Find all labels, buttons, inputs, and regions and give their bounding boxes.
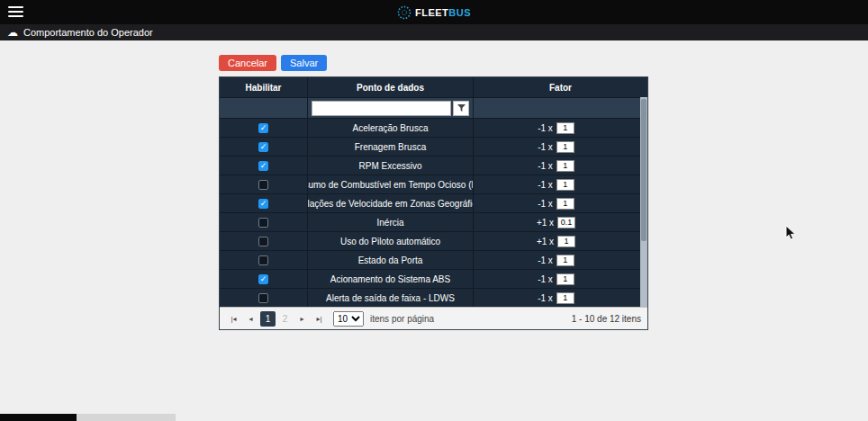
enable-checkbox[interactable] bbox=[258, 255, 268, 265]
factor-cell: +1 x bbox=[473, 232, 647, 250]
factor-sign: +1 x bbox=[537, 237, 554, 246]
factor-sign: -1 x bbox=[538, 199, 553, 209]
enable-cell bbox=[220, 232, 307, 250]
items-per-page-label: itens por página bbox=[370, 314, 434, 324]
enable-checkbox[interactable] bbox=[258, 199, 268, 209]
datapoint-label: Estado da Porta bbox=[307, 251, 473, 269]
factor-cell: -1 x bbox=[473, 194, 647, 212]
brand-text: FLEETBUS bbox=[415, 7, 471, 18]
toolbar: Cancelar Salvar bbox=[219, 55, 648, 71]
table-row: Aceleração Brusca -1 x bbox=[220, 118, 647, 137]
factor-cell: -1 x bbox=[473, 138, 647, 156]
factor-cell: -1 x bbox=[473, 270, 647, 288]
enable-cell bbox=[220, 213, 307, 231]
bottom-strip-dark bbox=[0, 414, 77, 421]
page-size-select[interactable]: 10 bbox=[333, 311, 364, 327]
enable-cell bbox=[220, 138, 307, 156]
pagination-bar: |◂ ◂ 1 2 ▸ ▸| 10 itens por página 1 - 10… bbox=[220, 307, 647, 329]
mouse-cursor bbox=[785, 225, 796, 241]
factor-cell: -1 x bbox=[473, 175, 647, 193]
table-body: Aceleração Brusca -1 x Frenagem Brusca -… bbox=[220, 97, 647, 307]
filter-cell-empty bbox=[473, 98, 647, 118]
datapoint-label: Inércia bbox=[307, 213, 473, 231]
last-page-button[interactable]: ▸| bbox=[312, 311, 327, 327]
filter-button[interactable] bbox=[453, 101, 469, 116]
table-rows: Aceleração Brusca -1 x Frenagem Brusca -… bbox=[220, 118, 647, 307]
scrollbar-thumb[interactable] bbox=[641, 99, 646, 241]
enable-cell bbox=[220, 194, 307, 212]
factor-input[interactable] bbox=[556, 292, 574, 304]
enable-cell bbox=[220, 270, 307, 288]
factor-input[interactable] bbox=[556, 160, 574, 172]
enable-checkbox[interactable] bbox=[258, 180, 268, 190]
page-button-1[interactable]: 1 bbox=[260, 311, 276, 327]
table-row: Estado da Porta -1 x bbox=[220, 250, 647, 269]
factor-sign: -1 x bbox=[538, 161, 553, 171]
first-page-button[interactable]: |◂ bbox=[226, 311, 241, 327]
globe-icon bbox=[397, 5, 411, 20]
funnel-icon bbox=[457, 104, 466, 112]
factor-sign: -1 x bbox=[538, 180, 553, 190]
enable-checkbox[interactable] bbox=[258, 142, 268, 152]
enable-cell bbox=[220, 251, 307, 269]
filter-cell-empty bbox=[220, 98, 307, 118]
enable-cell bbox=[220, 157, 307, 175]
cancel-button[interactable]: Cancelar bbox=[219, 55, 276, 71]
enable-checkbox[interactable] bbox=[258, 161, 268, 171]
filter-input[interactable] bbox=[312, 101, 451, 116]
factor-input[interactable] bbox=[556, 255, 574, 266]
table-row: Uso do Piloto automático +1 x bbox=[220, 231, 647, 250]
factor-sign: -1 x bbox=[538, 293, 553, 303]
table-row: RPM Excessivo -1 x bbox=[220, 156, 647, 175]
factor-input[interactable] bbox=[556, 198, 574, 210]
datapoint-label: Frenagem Brusca bbox=[307, 138, 473, 156]
table-row: Violações de Velocidade em Zonas Geográf… bbox=[220, 193, 647, 212]
datapoint-label: Uso do Piloto automático bbox=[307, 232, 473, 250]
factor-sign: -1 x bbox=[538, 255, 553, 265]
page-button-2[interactable]: 2 bbox=[277, 311, 293, 327]
factor-input[interactable] bbox=[556, 179, 574, 191]
datapoints-table: Habilitar Ponto de dados Fator bbox=[219, 76, 648, 330]
factor-cell: +1 x bbox=[473, 213, 647, 231]
factor-sign: -1 x bbox=[538, 142, 553, 152]
enable-checkbox[interactable] bbox=[258, 237, 268, 246]
next-page-button[interactable]: ▸ bbox=[294, 311, 310, 327]
page-header: ☁ Comportamento do Operador bbox=[0, 24, 868, 40]
vertical-scrollbar[interactable] bbox=[640, 97, 647, 307]
datapoint-label: Violações de Velocidade em Zonas Geográf… bbox=[307, 194, 473, 212]
factor-input[interactable] bbox=[556, 122, 574, 134]
table-header-row: Habilitar Ponto de dados Fator bbox=[220, 77, 647, 97]
topbar: FLEETBUS bbox=[0, 0, 868, 24]
operator-behavior-panel: Cancelar Salvar Habilitar Ponto de dados… bbox=[219, 55, 648, 330]
factor-input[interactable] bbox=[557, 236, 575, 247]
fleetbus-logo: FLEETBUS bbox=[397, 0, 471, 24]
enable-checkbox[interactable] bbox=[258, 218, 268, 228]
cloud-icon: ☁ bbox=[7, 27, 18, 38]
table-row: Consumo de Combustível em Tempo Ocioso (… bbox=[220, 175, 647, 193]
enable-checkbox[interactable] bbox=[258, 293, 268, 303]
filter-row bbox=[220, 97, 647, 118]
enable-checkbox[interactable] bbox=[258, 274, 268, 284]
factor-sign: -1 x bbox=[538, 274, 553, 284]
header-fator: Fator bbox=[473, 77, 647, 97]
factor-input[interactable] bbox=[556, 141, 574, 153]
enable-checkbox[interactable] bbox=[258, 123, 268, 133]
factor-input[interactable] bbox=[556, 273, 574, 285]
factor-cell: -1 x bbox=[473, 157, 647, 175]
table-row: Frenagem Brusca -1 x bbox=[220, 137, 647, 156]
factor-cell: -1 x bbox=[473, 119, 647, 137]
datapoint-label: RPM Excessivo bbox=[307, 157, 473, 175]
factor-sign: +1 x bbox=[537, 218, 554, 228]
factor-cell: -1 x bbox=[473, 251, 647, 269]
factor-cell: -1 x bbox=[473, 289, 647, 307]
datapoint-label: Acionamento do Sistema ABS bbox=[307, 270, 473, 288]
save-button[interactable]: Salvar bbox=[281, 55, 327, 71]
previous-page-button[interactable]: ◂ bbox=[243, 311, 258, 327]
table-row: Inércia +1 x bbox=[220, 212, 647, 231]
enable-cell bbox=[220, 289, 307, 307]
hamburger-menu-icon[interactable] bbox=[8, 6, 23, 17]
enable-cell bbox=[220, 119, 307, 137]
table-row: Acionamento do Sistema ABS -1 x bbox=[220, 269, 647, 288]
factor-input[interactable] bbox=[557, 217, 575, 228]
bottom-strip-light bbox=[77, 414, 176, 421]
